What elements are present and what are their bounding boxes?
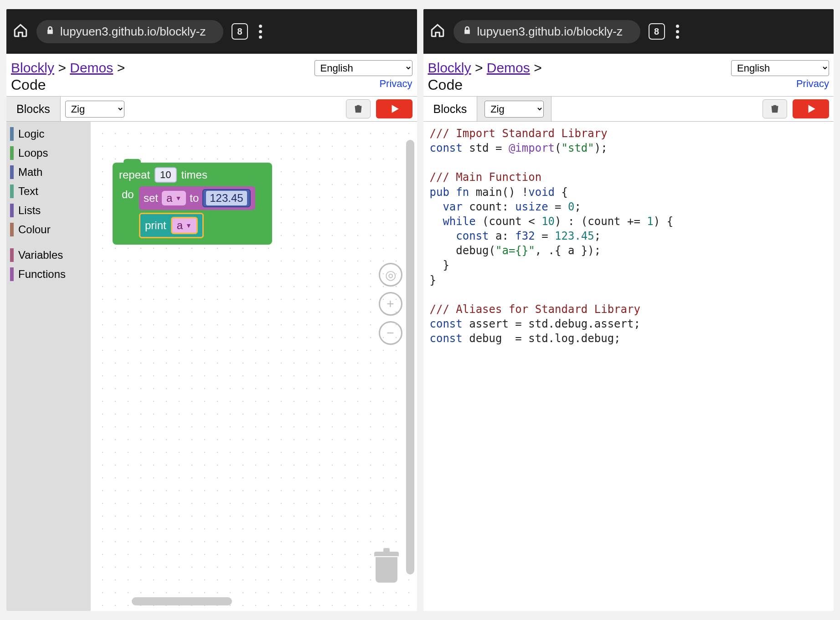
workspace: Logic Loops Math Text Lists Colour Varia… [6,122,417,611]
repeat-count-input[interactable]: 10 [155,167,176,183]
toolbar: Blocks Zig [6,96,417,122]
url-text: lupyuen3.github.io/blockly-z [60,25,206,39]
codelang-select[interactable]: Zig [65,101,124,118]
toolbox-loops[interactable]: Loops [6,143,91,163]
menu-icon[interactable] [256,25,265,39]
toolbox-lists[interactable]: Lists [6,201,91,220]
print-var-select[interactable]: a▼ [171,217,198,234]
crumb-demos[interactable]: Demos [487,60,530,75]
breadcrumb: Blockly > Demos > Code [428,60,542,93]
var-select[interactable]: a▼ [162,191,186,205]
zoom-in-icon[interactable]: + [379,292,402,316]
zoom-out-icon[interactable]: − [379,321,402,345]
toolbar: Blocks Zig [423,96,834,122]
home-icon[interactable] [13,23,28,40]
codelang-select[interactable]: Zig [484,101,544,118]
toolbox-logic[interactable]: Logic [6,124,91,143]
privacy-link[interactable]: Privacy [731,78,829,90]
center-icon[interactable]: ◎ [379,263,402,287]
crumb-demos[interactable]: Demos [70,60,113,75]
delete-button[interactable] [763,99,787,118]
tab-count[interactable]: 8 [232,23,248,40]
scrollbar-vertical[interactable] [406,140,414,574]
page-header: Blockly > Demos > Code English Privacy [6,54,417,96]
home-icon[interactable] [430,23,445,40]
block-print[interactable]: print a▼ [139,213,204,238]
toolbox-colour[interactable]: Colour [6,220,91,239]
left-panel: lupyuen3.github.io/blockly-z 8 Blockly >… [6,9,417,611]
workspace-controls: ◎ + − [379,263,402,345]
run-button[interactable] [376,99,412,118]
tab-blocks[interactable]: Blocks [6,97,61,121]
breadcrumb: Blockly > Demos > Code [11,60,125,93]
lock-icon [46,26,55,37]
code-output: /// Import Standard Library const std = … [423,122,834,611]
run-button[interactable] [793,99,829,118]
delete-button[interactable] [346,99,371,118]
toolbox-variables[interactable]: Variables [6,246,91,265]
block-program[interactable]: repeat 10 times do set a▼ to 123.45 [113,163,272,245]
privacy-link[interactable]: Privacy [314,78,412,90]
trash-icon[interactable] [374,552,399,584]
page-header: Blockly > Demos > Code English Privacy [423,54,834,96]
scrollbar-horizontal[interactable] [132,597,232,605]
url-bar[interactable]: lupyuen3.github.io/blockly-z [453,20,640,43]
block-number[interactable]: 123.45 [202,189,250,207]
browser-chrome: lupyuen3.github.io/blockly-z 8 [6,9,417,54]
crumb-blockly[interactable]: Blockly [428,60,471,75]
tab-blocks[interactable]: Blocks [423,97,478,121]
crumb-current: Code [428,77,542,93]
crumb-current: Code [11,77,125,93]
canvas[interactable]: repeat 10 times do set a▼ to 123.45 [91,122,417,611]
menu-icon[interactable] [673,25,682,39]
tab-count[interactable]: 8 [649,23,665,40]
language-select[interactable]: English [731,60,829,76]
block-repeat[interactable]: repeat 10 times do set a▼ to 123.45 [113,163,272,245]
toolbox: Logic Loops Math Text Lists Colour Varia… [6,122,91,611]
right-panel: lupyuen3.github.io/blockly-z 8 Blockly >… [423,9,834,611]
toolbox-text[interactable]: Text [6,182,91,201]
url-bar[interactable]: lupyuen3.github.io/blockly-z [36,20,223,43]
lock-icon [463,26,472,37]
crumb-blockly[interactable]: Blockly [11,60,54,75]
language-select[interactable]: English [314,60,412,76]
toolbox-math[interactable]: Math [6,163,91,182]
url-text: lupyuen3.github.io/blockly-z [477,25,623,39]
block-set[interactable]: set a▼ to 123.45 [139,186,255,210]
toolbox-functions[interactable]: Functions [6,265,91,284]
browser-chrome: lupyuen3.github.io/blockly-z 8 [423,9,834,54]
